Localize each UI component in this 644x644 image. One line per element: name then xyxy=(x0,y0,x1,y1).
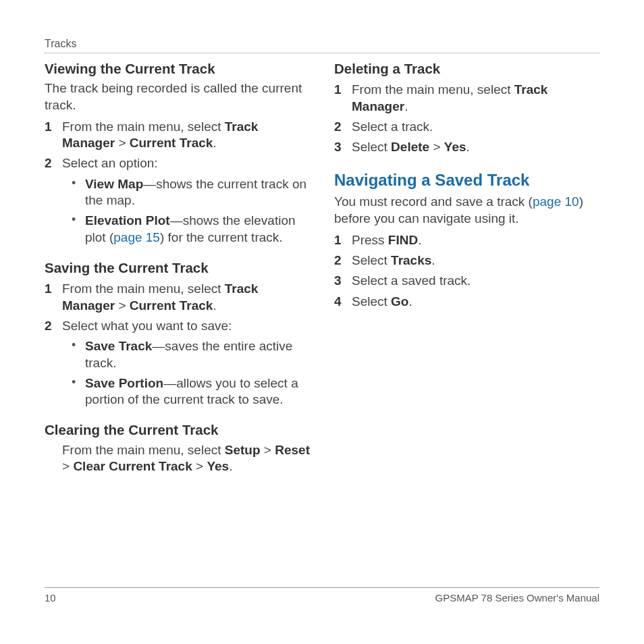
bullet-list: View Map—shows the current track on the … xyxy=(72,176,310,246)
text: > xyxy=(115,298,130,313)
paragraph: You must record and save a track (page 1… xyxy=(334,194,599,227)
step-item: From the main menu, select Track Manager… xyxy=(334,82,599,115)
page-link[interactable]: page 15 xyxy=(113,230,160,244)
heading-clearing-current-track: Clearing the Current Track xyxy=(45,421,310,439)
text: ) for the current track. xyxy=(160,230,283,244)
step-item: From the main menu, select Track Manager… xyxy=(45,119,310,152)
bold-text: Current Track xyxy=(130,298,213,313)
text: > xyxy=(429,140,444,154)
heading-navigating-saved-track: Navigating a Saved Track xyxy=(334,170,599,191)
text: . xyxy=(418,233,421,247)
page-footer: 10 GPSMAP 78 Series Owner's Manual xyxy=(45,587,599,603)
text: From the main menu, select xyxy=(62,119,225,134)
step-item: Select a saved track. xyxy=(334,273,599,289)
bullet-item: Save Track—saves the entire active track… xyxy=(72,338,310,371)
bold-text: Yes xyxy=(444,140,466,154)
text: Select what you want to save: xyxy=(62,319,232,333)
bold-text: Yes xyxy=(207,459,229,473)
text: Select a saved track. xyxy=(352,273,599,289)
running-header: Tracks xyxy=(45,38,599,53)
text: > xyxy=(62,459,73,473)
text: Press xyxy=(352,233,388,247)
step-item: Select Delete > Yes. xyxy=(334,139,599,155)
text: . xyxy=(213,298,216,313)
step-item: Press FIND. xyxy=(334,232,599,248)
text: You must record and save a track ( xyxy=(334,194,533,209)
text: Select an option: xyxy=(62,156,158,170)
bold-text: Setup xyxy=(225,443,261,457)
steps-list: Press FIND. Select Tracks. Select a save… xyxy=(334,232,599,310)
bullet-item: Elevation Plot—shows the elevation plot … xyxy=(72,213,310,246)
text: Select xyxy=(352,140,391,154)
text: > xyxy=(261,443,275,457)
left-column: Viewing the Current Track The track bein… xyxy=(45,60,310,475)
page-number: 10 xyxy=(45,592,56,603)
page-link[interactable]: page 10 xyxy=(533,194,579,209)
text: From the main menu, select xyxy=(352,82,514,97)
bold-text: Save Track xyxy=(85,339,152,353)
text: Select xyxy=(352,253,391,267)
bold-text: Reset xyxy=(275,443,310,457)
step-item: From the main menu, select Track Manager… xyxy=(45,281,310,314)
text: . xyxy=(466,140,470,154)
right-column: Deleting a Track From the main menu, sel… xyxy=(334,60,599,475)
text: Select xyxy=(352,294,391,308)
manual-title: GPSMAP 78 Series Owner's Manual xyxy=(435,592,599,603)
heading-saving-current-track: Saving the Current Track xyxy=(45,259,310,277)
text: . xyxy=(229,459,232,473)
steps-list: From the main menu, select Track Manager… xyxy=(45,281,310,412)
bold-text: Tracks xyxy=(391,253,431,267)
step-item: Select what you want to save: Save Track… xyxy=(45,318,310,412)
paragraph: The track being recorded is called the c… xyxy=(45,80,310,113)
bold-text: Delete xyxy=(391,140,429,154)
text: . xyxy=(408,294,412,308)
text: . xyxy=(213,136,216,150)
bullet-item: Save Portion—allows you to select a port… xyxy=(72,375,310,408)
bullet-item: View Map—shows the current track on the … xyxy=(72,176,310,209)
bold-text: Elevation Plot xyxy=(85,213,170,227)
bold-text: Go xyxy=(391,294,408,308)
text: From the main menu, select xyxy=(62,281,225,296)
step-item: Select an option: View Map—shows the cur… xyxy=(45,155,310,250)
step-item: Select a track. xyxy=(334,119,599,135)
step-item: Select Tracks. xyxy=(334,252,599,269)
text: From the main menu, select xyxy=(62,443,225,457)
bullet-list: Save Track—saves the entire active track… xyxy=(72,338,310,408)
steps-list: From the main menu, select Track Manager… xyxy=(334,82,599,155)
bold-text: View Map xyxy=(85,177,143,191)
heading-viewing-current-track: Viewing the Current Track xyxy=(45,60,310,78)
heading-deleting-track: Deleting a Track xyxy=(334,60,599,78)
bold-text: FIND xyxy=(388,233,418,247)
text: > xyxy=(115,136,130,150)
steps-list: From the main menu, select Track Manager… xyxy=(45,119,310,250)
bold-text: Save Portion xyxy=(85,376,163,390)
text: . xyxy=(404,99,408,113)
text: . xyxy=(431,253,435,267)
text: > xyxy=(192,459,207,473)
bold-text: Current Track xyxy=(130,136,213,150)
bold-text: Clear Current Track xyxy=(73,459,192,473)
step-item: Select Go. xyxy=(334,294,599,310)
text: Select a track. xyxy=(352,119,599,135)
instruction-text: From the main menu, select Setup > Reset… xyxy=(62,442,310,475)
